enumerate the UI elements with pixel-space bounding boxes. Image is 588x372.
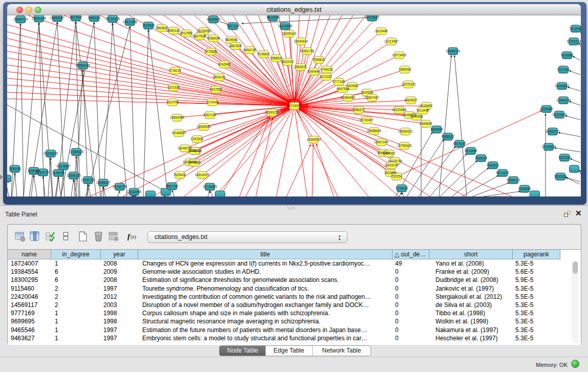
svg-text:9427552: 9427552	[210, 87, 223, 91]
function-icon[interactable]: f(x)	[127, 231, 138, 244]
svg-text:9474444: 9474444	[465, 149, 477, 152]
network-window-title: citations_edges.txt	[7, 4, 581, 15]
svg-text:10973493: 10973493	[392, 53, 407, 57]
tab-node-table[interactable]: Node Table	[220, 346, 266, 356]
column-header-name[interactable]: name	[8, 250, 51, 259]
node-labels: 2405572420691406106532871527602646616010…	[9, 15, 581, 193]
svg-text:1112534: 1112534	[570, 27, 581, 30]
column-header-title[interactable]: title	[138, 250, 393, 259]
svg-text:1448222: 1448222	[188, 149, 201, 152]
delete-icon[interactable]	[93, 231, 104, 244]
svg-text:7625402: 7625402	[173, 173, 186, 177]
svg-text:8471676: 8471676	[496, 171, 509, 174]
splitter-handle[interactable]	[287, 206, 295, 210]
svg-text:1588520: 1588520	[270, 56, 283, 60]
svg-text:8522037: 8522037	[281, 60, 294, 63]
svg-text:9213498: 9213498	[417, 108, 429, 112]
network-graph-canvas[interactable]: 2405572420691406106532871527602646616010…	[7, 15, 581, 196]
svg-text:1787834: 1787834	[191, 137, 204, 141]
scrollbar-thumb[interactable]	[573, 261, 578, 274]
table-row[interactable]: 1938455462009Genome-wide association stu…	[8, 268, 581, 276]
table-row[interactable]: 977716911998Corpus callosum shape and si…	[8, 309, 581, 317]
svg-text:16033809: 16033809	[206, 17, 221, 21]
svg-text:9463627: 9463627	[405, 98, 418, 102]
table-row[interactable]: 946362711997Embryonic stem cells: a mode…	[8, 334, 581, 342]
svg-text:8454749: 8454749	[244, 48, 256, 52]
svg-text:12975115: 12975115	[401, 82, 416, 86]
tab-edge-table[interactable]: Edge Table	[266, 346, 312, 356]
table-column-icon[interactable]	[29, 231, 40, 244]
close-window-button[interactable]	[16, 7, 23, 13]
column-header-year[interactable]: year	[101, 250, 138, 259]
column-header-out_de[interactable]: △ out_de…	[393, 250, 429, 259]
svg-text:10807467: 10807467	[365, 96, 380, 99]
table-panel: Table Panel ✕ f(x) citations_edges.txt▲▼…	[0, 205, 588, 372]
memory-status-indicator[interactable]	[571, 360, 579, 368]
column-header-short[interactable]: short	[429, 250, 513, 259]
graph-node[interactable]	[7, 175, 11, 182]
vertical-scrollbar[interactable]	[572, 260, 578, 343]
svg-text:9827508: 9827508	[193, 34, 206, 38]
float-panel-icon[interactable]	[564, 211, 571, 217]
svg-text:15654923: 15654923	[398, 129, 413, 133]
svg-text:13535594: 13535594	[197, 125, 211, 128]
graph-node[interactable]	[146, 191, 156, 196]
svg-text:7515526: 7515526	[142, 24, 155, 27]
table-row[interactable]: 946554611997Estimation of the future num…	[8, 326, 581, 334]
table-row[interactable]: 911546021997Tourette syndrome. Phenomeno…	[8, 285, 581, 293]
svg-text:19654985: 19654985	[170, 116, 185, 119]
table-row[interactable]: 1872400712008Changes of HCN gene express…	[8, 259, 581, 268]
table-selector-dropdown[interactable]: citations_edges.txt▲▼	[147, 231, 347, 243]
tab-network-table[interactable]: Network Table	[312, 346, 371, 356]
column-header-in_degree[interactable]: in_degree	[51, 250, 101, 259]
svg-text:12213987: 12213987	[384, 39, 399, 43]
svg-text:9824546: 9824546	[225, 38, 238, 41]
network-window-titlebar[interactable]: citations_edges.txt	[7, 4, 581, 15]
svg-text:2718126: 2718126	[169, 69, 182, 72]
close-panel-icon[interactable]: ✕	[575, 209, 582, 218]
svg-text:7932621: 7932621	[487, 163, 499, 167]
svg-text:15226058: 15226058	[197, 29, 211, 33]
svg-text:17359928: 17359928	[69, 150, 84, 154]
table-settings-icon[interactable]	[14, 231, 25, 244]
svg-text:7485063: 7485063	[399, 68, 411, 71]
select-rows-icon[interactable]	[45, 231, 56, 244]
dropdown-spinner-icon: ▲▼	[337, 234, 342, 241]
import-table-icon[interactable]	[108, 231, 119, 244]
svg-text:752254: 752254	[391, 174, 402, 178]
svg-text:9457791: 9457791	[166, 184, 179, 188]
svg-text:15751074: 15751074	[567, 39, 581, 43]
svg-text:19218586: 19218586	[278, 24, 293, 28]
table-row[interactable]: 2242004622012Investigating the contribut…	[8, 293, 581, 301]
svg-text:20876842: 20876842	[365, 15, 380, 19]
svg-text:10719185: 10719185	[105, 17, 120, 20]
svg-text:6497568: 6497568	[337, 87, 350, 91]
table-row[interactable]: 969969511998Structural magnetic resonanc…	[8, 317, 581, 325]
svg-text:16782759: 16782759	[113, 185, 127, 188]
svg-text:7857224: 7857224	[227, 24, 239, 28]
graph-node[interactable]	[530, 191, 540, 196]
column-header-pagerank[interactable]: pagerank	[513, 250, 560, 259]
svg-text:1990448: 1990448	[308, 70, 320, 73]
svg-text:15325419: 15325419	[282, 32, 297, 35]
new-document-icon[interactable]	[77, 231, 88, 244]
svg-text:8660128: 8660128	[167, 29, 180, 32]
table-panel-body: f(x) citations_edges.txt▲▼ namein_degree…	[7, 224, 581, 344]
minimize-window-button[interactable]	[26, 7, 32, 13]
row-height-icon[interactable]	[60, 231, 71, 244]
table-row[interactable]: 1456911722003Disruption of a novel membe…	[8, 301, 581, 309]
svg-text:10653287: 10653287	[50, 16, 65, 19]
graph-node[interactable]	[570, 165, 579, 172]
zoom-window-button[interactable]	[35, 7, 41, 13]
svg-text:2935114: 2935114	[475, 156, 488, 160]
table-row[interactable]: 1830029562008Estimation of significance …	[8, 276, 581, 284]
svg-text:1527602: 1527602	[70, 15, 82, 19]
svg-text:18724007: 18724007	[287, 104, 302, 107]
svg-text:16914479: 16914479	[195, 173, 210, 177]
svg-text:1654067: 1654067	[383, 151, 396, 155]
svg-text:7462662: 7462662	[346, 84, 359, 87]
svg-text:1475483: 1475483	[188, 161, 201, 164]
svg-text:9245652: 9245652	[518, 187, 531, 190]
graph-node[interactable]	[215, 191, 225, 196]
table-body: 1872400712008Changes of HCN gene express…	[8, 259, 581, 343]
